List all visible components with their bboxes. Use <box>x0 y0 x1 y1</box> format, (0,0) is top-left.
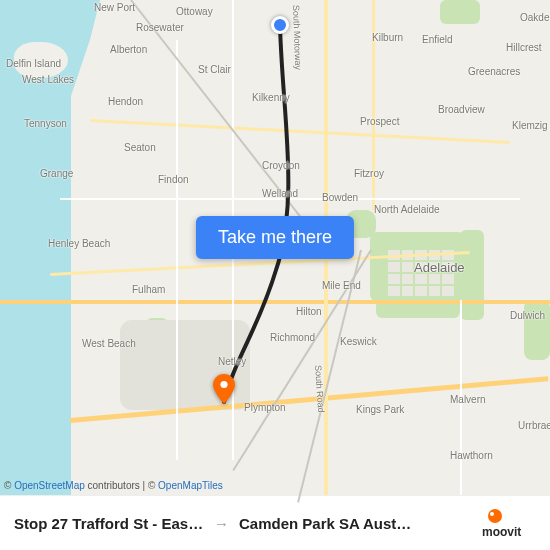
place-label: Enfield <box>422 34 453 45</box>
place-label: Mile End <box>322 280 361 291</box>
place-label: Findon <box>158 174 189 185</box>
place-label: North Adelaide <box>374 204 440 215</box>
place-label: Tennyson <box>24 118 67 129</box>
road <box>90 119 510 144</box>
place-label: Hilton <box>296 306 322 317</box>
place-label: Oakden <box>520 12 550 23</box>
road-label: South Motorway <box>291 5 303 70</box>
attrib-mid: contributors | © <box>85 480 158 491</box>
place-label: Kilburn <box>372 32 403 43</box>
place-label: Urrbrae <box>518 420 550 431</box>
origin-pin-icon[interactable] <box>271 16 289 34</box>
route-breadcrumb: Stop 27 Trafford St - East… → Camden Par… <box>14 515 411 532</box>
place-label: Netley <box>218 356 246 367</box>
attrib-prefix: © <box>4 480 14 491</box>
place-label: Hendon <box>108 96 143 107</box>
osm-link[interactable]: OpenStreetMap <box>14 480 85 491</box>
place-label: Alberton <box>110 44 147 55</box>
place-label: Adelaide <box>414 260 465 275</box>
place-label: Bowden <box>322 192 358 203</box>
place-label: Kings Park <box>356 404 404 415</box>
arrow-right-icon: → <box>214 515 229 532</box>
place-label: Keswick <box>340 336 377 347</box>
place-label: Welland <box>262 188 298 199</box>
openmaptiles-link[interactable]: OpenMapTiles <box>158 480 223 491</box>
svg-point-1 <box>488 509 502 523</box>
map-canvas[interactable]: New Port Ottoway Rosewater Alberton Delf… <box>0 0 550 495</box>
minor-road <box>176 40 178 460</box>
place-label: Grange <box>40 168 73 179</box>
major-road <box>0 300 550 304</box>
from-location[interactable]: Stop 27 Trafford St - East… <box>14 515 204 532</box>
park-area <box>524 300 550 360</box>
place-label: Fulham <box>132 284 165 295</box>
take-me-there-button[interactable]: Take me there <box>196 216 354 259</box>
svg-text:moovit: moovit <box>482 525 521 539</box>
place-label: Richmond <box>270 332 315 343</box>
moovit-logo[interactable]: moovit <box>482 506 536 540</box>
place-label: Hillcrest <box>506 42 542 53</box>
place-label: Delfin Island <box>6 58 61 69</box>
place-label: Malvern <box>450 394 486 405</box>
place-label: West Lakes <box>22 74 74 85</box>
place-label: Rosewater <box>136 22 184 33</box>
place-label: Seaton <box>124 142 156 153</box>
place-label: Kilkenny <box>252 92 290 103</box>
route-footer: Stop 27 Trafford St - East… → Camden Par… <box>0 495 550 550</box>
place-label: Croydon <box>262 160 300 171</box>
place-label: Prospect <box>360 116 399 127</box>
place-label: Broadview <box>438 104 485 115</box>
place-label: Hawthorn <box>450 450 493 461</box>
place-label: Klemzig <box>512 120 548 131</box>
svg-point-2 <box>490 512 494 516</box>
place-label: Fitzroy <box>354 168 384 179</box>
place-label: Dulwich <box>510 310 545 321</box>
destination-pin-icon[interactable] <box>213 374 235 404</box>
place-label: West Beach <box>82 338 136 349</box>
park-area <box>440 0 480 24</box>
place-label: St Clair <box>198 64 231 75</box>
place-label: Plympton <box>244 402 286 413</box>
to-location[interactable]: Camden Park SA Aust… <box>239 515 411 532</box>
place-label: Greenacres <box>468 66 520 77</box>
park-area <box>460 230 484 320</box>
place-label: Ottoway <box>176 6 213 17</box>
svg-point-0 <box>220 381 227 388</box>
place-label: Henley Beach <box>48 238 110 249</box>
place-label: New Port <box>94 2 135 13</box>
map-attribution: © OpenStreetMap contributors | © OpenMap… <box>4 480 223 491</box>
